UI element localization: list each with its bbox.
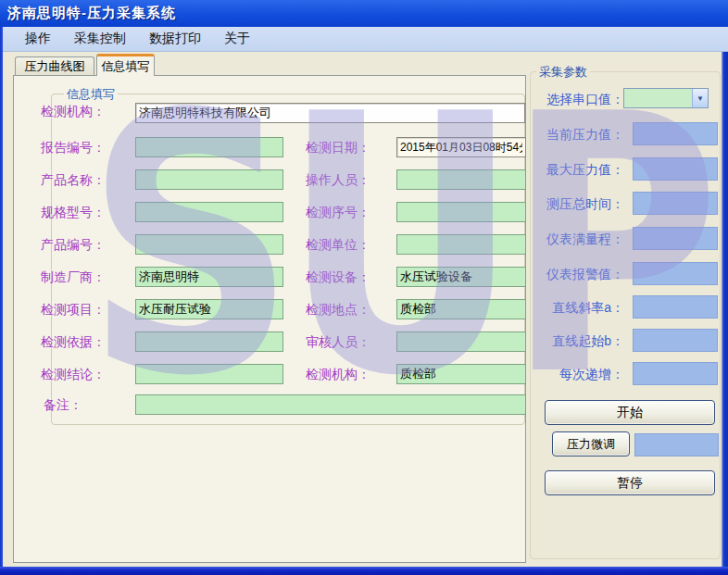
- current-pressure-field[interactable]: [633, 122, 718, 145]
- start-button[interactable]: 开始: [545, 400, 715, 425]
- product-number-label: 产品编号：: [41, 234, 133, 255]
- tab-info-fill[interactable]: 信息填写: [96, 54, 155, 76]
- serial-port-label: 选择串口值：: [521, 91, 624, 107]
- app-window: 济南思明特-压力采集系统 操作 采集控制 数据打印 关于 压力曲线图 信息填写 …: [0, 0, 728, 575]
- test-date-input[interactable]: [396, 137, 526, 157]
- test-org-input[interactable]: [135, 103, 525, 123]
- current-pressure-label: 当前压力值：: [521, 126, 624, 143]
- manufacturer-label: 制造厂商：: [41, 267, 133, 287]
- test-basis-input[interactable]: [135, 331, 283, 352]
- window-title: 济南思明特-压力采集系统: [7, 5, 176, 22]
- menu-item-data-print[interactable]: 数据打印: [139, 28, 211, 50]
- test-serial-label: 检测序号：: [306, 202, 398, 222]
- product-number-input[interactable]: [135, 234, 283, 255]
- product-name-input[interactable]: [135, 169, 283, 190]
- test-conclusion-label: 检测结论：: [41, 364, 133, 384]
- report-number-label: 报告编号：: [41, 137, 133, 157]
- slope-a-label: 直线斜率a：: [521, 299, 624, 316]
- pressure-fine-tune-button[interactable]: 压力微调: [552, 431, 630, 456]
- test-date-label: 检测日期：: [306, 137, 398, 157]
- menu-bar: 操作 采集控制 数据打印 关于: [3, 27, 728, 52]
- info-fill-tab-page: 信息填写 检测机构： 报告编号： 产品名称： 规格型号： 产品编号： 制造厂商：…: [13, 75, 526, 563]
- reviewer-label: 审核人员：: [306, 331, 398, 352]
- max-pressure-label: 最大压力值：: [521, 161, 624, 178]
- test-location-input[interactable]: [396, 299, 526, 319]
- test-unit-input[interactable]: [396, 234, 526, 255]
- operator-label: 操作人员：: [306, 169, 398, 190]
- product-name-label: 产品名称：: [41, 169, 133, 190]
- total-time-field[interactable]: [633, 192, 718, 215]
- test-equipment-label: 检测设备：: [306, 267, 398, 287]
- test-serial-input[interactable]: [396, 202, 526, 222]
- test-equipment-input[interactable]: [396, 267, 526, 287]
- gauge-alarm-field[interactable]: [633, 262, 718, 285]
- gauge-range-label: 仪表满量程：: [521, 231, 624, 247]
- test-conclusion-input[interactable]: [135, 364, 283, 384]
- slope-a-field[interactable]: [633, 295, 718, 319]
- menu-item-operation[interactable]: 操作: [15, 28, 61, 50]
- menu-item-about[interactable]: 关于: [214, 28, 260, 50]
- test-basis-label: 检测依据：: [41, 331, 133, 352]
- fine-tune-field[interactable]: [634, 433, 719, 456]
- window-border-right: [722, 52, 728, 567]
- test-unit-label: 检测单位：: [306, 234, 398, 255]
- intercept-b-label: 直线起始b：: [521, 332, 624, 349]
- increment-label: 每次递增：: [521, 366, 624, 382]
- total-time-label: 测压总时间：: [521, 195, 624, 212]
- test-org-label: 检测机构：: [41, 101, 133, 121]
- gauge-alarm-label: 仪表报警值：: [521, 266, 624, 282]
- test-location-label: 检测地点：: [306, 299, 398, 319]
- notes-label: 备注：: [44, 394, 136, 415]
- report-number-input[interactable]: [135, 137, 283, 157]
- serial-port-select[interactable]: ▼: [623, 88, 709, 108]
- acquisition-params-group-title: 采集参数: [536, 64, 590, 81]
- reviewer-input[interactable]: [396, 331, 526, 352]
- window-border-left: [0, 27, 3, 567]
- spec-model-label: 规格型号：: [41, 202, 133, 222]
- gauge-range-field[interactable]: [633, 227, 718, 250]
- intercept-b-field[interactable]: [633, 329, 718, 352]
- tab-pressure-curve[interactable]: 压力曲线图: [15, 56, 94, 76]
- test-org2-label: 检测机构：: [306, 364, 398, 384]
- test-item-label: 检测项目：: [41, 299, 133, 319]
- spec-model-input[interactable]: [135, 202, 283, 222]
- test-org2-input[interactable]: [396, 364, 526, 384]
- chevron-down-icon[interactable]: ▼: [692, 89, 708, 107]
- manufacturer-input[interactable]: [135, 267, 283, 287]
- menu-item-acquisition-control[interactable]: 采集控制: [64, 28, 136, 50]
- pause-button[interactable]: 暂停: [545, 470, 715, 495]
- test-item-input[interactable]: [135, 299, 283, 319]
- max-pressure-field[interactable]: [633, 157, 718, 181]
- serial-port-value: [624, 89, 692, 107]
- notes-input[interactable]: [135, 394, 526, 415]
- increment-field[interactable]: [633, 362, 718, 385]
- operator-input[interactable]: [396, 169, 526, 190]
- window-border-bottom: [0, 567, 728, 575]
- title-bar: 济南思明特-压力采集系统: [0, 0, 728, 27]
